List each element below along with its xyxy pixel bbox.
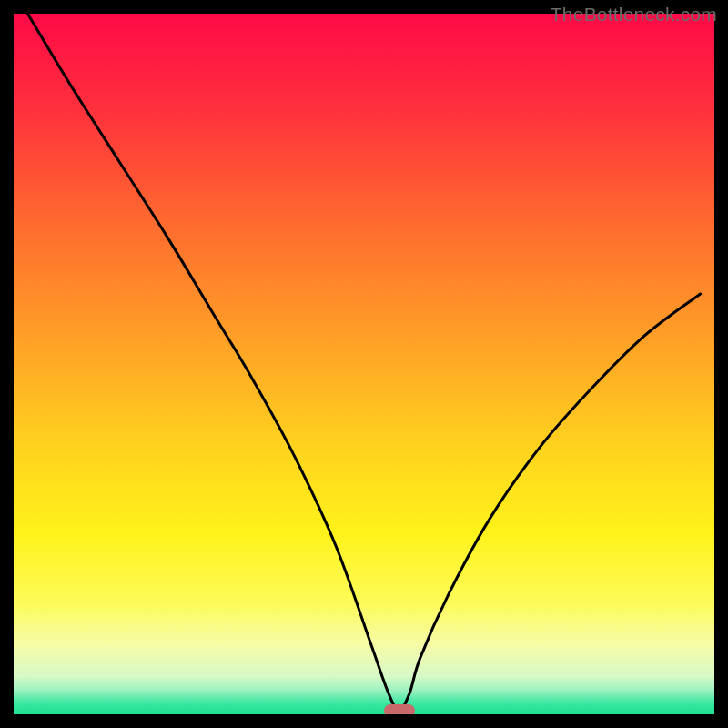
bottleneck-curve — [14, 14, 714, 714]
chart-frame: TheBottleneck.com — [0, 0, 728, 728]
watermark-text: TheBottleneck.com — [551, 4, 717, 25]
plot-area — [14, 14, 714, 714]
optimal-marker — [384, 704, 415, 714]
